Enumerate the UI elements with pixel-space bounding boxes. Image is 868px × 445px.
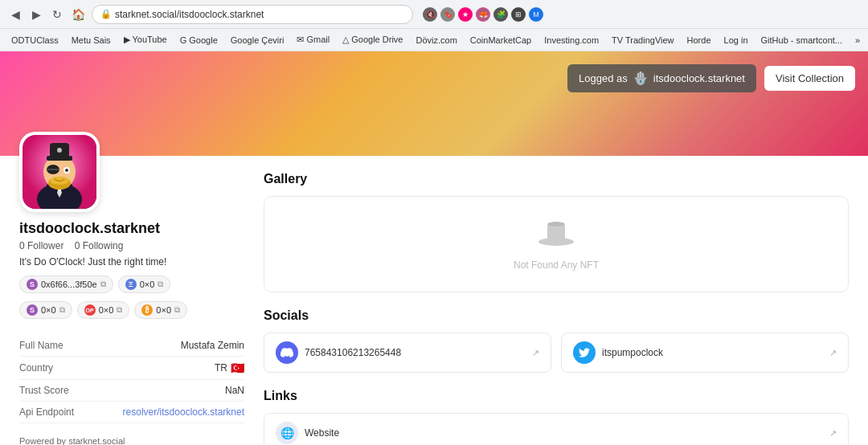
bookmark-more[interactable]: »	[850, 34, 865, 47]
bookmark-cmc[interactable]: CoinMarketCap	[465, 34, 536, 47]
back-button[interactable]: ◀	[6, 6, 24, 23]
twitter-handle: itspumpoclock	[602, 347, 663, 358]
powered-by: Powered by starknet.social	[19, 436, 244, 445]
svg-point-14	[57, 148, 62, 153]
info-table: Full Name Mustafa Zemin Country TR 🇹🇷 Tr…	[19, 335, 244, 423]
copy-starknet2-icon[interactable]: ⧉	[59, 305, 65, 315]
discord-handle: 765843106213265448	[305, 347, 401, 358]
bookmark-investing[interactable]: Investing.com	[539, 34, 604, 47]
btc-icon: ₿	[141, 304, 153, 316]
avatar	[23, 135, 96, 209]
api-endpoint-label: Api Endpoint	[19, 406, 74, 418]
forward-button[interactable]: ▶	[27, 6, 45, 23]
globe-icon: 🌐	[276, 422, 298, 444]
svg-point-9	[65, 169, 68, 172]
bookmark-login[interactable]: Log in	[719, 34, 753, 47]
starknet-icon: S	[27, 279, 38, 290]
link-website-left: 🌐 Website	[276, 422, 339, 444]
address-tags-row2: S 0×0 ⧉ OP 0×0 ⧉ ₿ 0×0 ⧉	[19, 301, 244, 319]
bookmark-horde[interactable]: Horde	[682, 34, 716, 47]
eth-icon: Ξ	[125, 279, 137, 290]
ext-6[interactable]: ⊞	[511, 7, 526, 22]
discord-external-icon: ↗	[532, 348, 539, 358]
ext-2[interactable]: 🔖	[440, 7, 455, 22]
website-external-icon: ↗	[829, 428, 837, 439]
ext-profile[interactable]: M	[529, 7, 543, 22]
refresh-button[interactable]: ↻	[48, 6, 66, 23]
copy-starknet-icon[interactable]: ⧉	[100, 280, 106, 289]
copy-btc-icon[interactable]: ⧉	[174, 305, 180, 315]
browser-extensions: 🔇 🔖 ★ 🦊 🧩 ⊞ M	[423, 7, 543, 22]
api-endpoint-row: Api Endpoint resolver/itsdooclock.starkn…	[19, 402, 244, 423]
svg-point-17	[547, 222, 565, 227]
bookmark-tradingview[interactable]: TV TradingView	[607, 34, 678, 47]
visit-collection-button[interactable]: Visit Collection	[764, 66, 855, 91]
follow-info: 0 Follower 0 Following	[19, 240, 244, 251]
twitter-external-icon: ↗	[829, 348, 837, 358]
op-icon: OP	[84, 304, 96, 316]
empty-hat-icon	[536, 218, 576, 253]
bookmark-google[interactable]: G Google	[175, 34, 223, 47]
full-name-value: Mustafa Zemin	[181, 340, 244, 351]
copy-op-icon[interactable]: ⧉	[117, 305, 122, 315]
copy-eth-icon[interactable]: ⧉	[158, 280, 163, 289]
discord-icon	[276, 341, 298, 364]
website-label: Website	[305, 427, 339, 439]
bookmark-youtube[interactable]: ▶ YouTube	[119, 33, 172, 47]
bookmark-odtuclass[interactable]: ODTUClass	[6, 34, 63, 47]
ext-4[interactable]: 🦊	[476, 7, 490, 22]
address-eth[interactable]: Ξ 0×0 ⧉	[118, 276, 171, 293]
address-btc[interactable]: ₿ 0×0 ⧉	[134, 301, 187, 319]
not-found-text: Not Found Any NFT	[514, 259, 599, 271]
powered-by-site: starknet.social	[68, 436, 125, 445]
full-name-row: Full Name Mustafa Zemin	[19, 335, 244, 357]
ext-5[interactable]: 🧩	[493, 7, 508, 22]
banner: Logged as 🪬 itsdooclock.starknet Visit C…	[0, 51, 868, 156]
logged-as-button[interactable]: Logged as 🪬 itsdooclock.starknet	[567, 64, 756, 92]
nav-icons: ◀ ▶ ↻ 🏠	[6, 6, 87, 23]
social-card-discord[interactable]: 765843106213265448 ↗	[264, 333, 551, 373]
link-card-website[interactable]: 🌐 Website ↗	[264, 413, 849, 445]
api-endpoint-link[interactable]: resolver/itsdooclock.starknet	[123, 406, 244, 418]
bookmark-doviz[interactable]: Döviz.com	[411, 34, 461, 47]
bookmark-metu[interactable]: Metu Sais	[67, 34, 116, 47]
bookmark-drive[interactable]: △ Google Drive	[338, 33, 407, 47]
bookmark-gmail[interactable]: ✉ Gmail	[292, 33, 334, 47]
socials-grid: 765843106213265448 ↗ itspumpoclock ↗	[264, 333, 849, 373]
follower-label: Follower	[27, 240, 63, 251]
bookmarks-bar: ODTUClass Metu Sais ▶ YouTube G Google G…	[0, 29, 868, 51]
follower-count: 0	[19, 240, 25, 251]
country-flag: 🇹🇷	[231, 361, 244, 374]
api-endpoint-value: resolver/itsdooclock.starknet	[123, 406, 244, 418]
ext-1[interactable]: 🔇	[423, 7, 437, 22]
logged-as-label: Logged as	[579, 72, 628, 84]
country-row: Country TR 🇹🇷	[19, 357, 244, 380]
powered-by-label: Powered by	[19, 436, 66, 445]
social-discord-left: 765843106213265448	[276, 341, 401, 364]
bookmark-translate[interactable]: Google Çeviri	[226, 34, 289, 47]
avatar-svg	[23, 135, 96, 209]
socials-title: Socials	[264, 308, 849, 323]
home-button[interactable]: 🏠	[69, 6, 87, 23]
address-op[interactable]: OP 0×0 ⧉	[77, 301, 130, 319]
links-section: Links 🌐 Website ↗	[264, 389, 849, 445]
address-bar[interactable]: 🔒 starknet.social/itsdooclock.starknet	[92, 5, 413, 24]
address-tags: S 0x6f66...3f50e ⧉ Ξ 0×0 ⧉	[19, 276, 244, 293]
url-text: starknet.social/itsdooclock.starknet	[115, 9, 264, 20]
bookmark-github[interactable]: GitHub - smartcont...	[756, 34, 847, 47]
country-code: TR	[215, 362, 227, 374]
gallery-title: Gallery	[264, 172, 849, 186]
social-card-twitter[interactable]: itspumpoclock ↗	[561, 333, 849, 373]
starknet-address: 0x6f66...3f50e	[41, 280, 97, 289]
eth-address: 0×0	[140, 280, 155, 289]
btc-address: 0×0	[156, 305, 171, 315]
visit-collection-label: Visit Collection	[776, 72, 844, 84]
address-starknet[interactable]: S 0x6f66...3f50e ⧉	[19, 276, 113, 293]
address-starknet2[interactable]: S 0×0 ⧉	[19, 301, 72, 319]
profile-section: itsdooclock.starknet 0 Follower 0 Follow…	[0, 156, 868, 445]
svg-rect-16	[547, 224, 565, 242]
bio: It's Do O'Clock! Just the right time!	[19, 256, 244, 267]
ext-3[interactable]: ★	[458, 7, 473, 22]
country-value: TR 🇹🇷	[215, 361, 244, 374]
header-buttons: Logged as 🪬 itsdooclock.starknet Visit C…	[567, 64, 855, 92]
